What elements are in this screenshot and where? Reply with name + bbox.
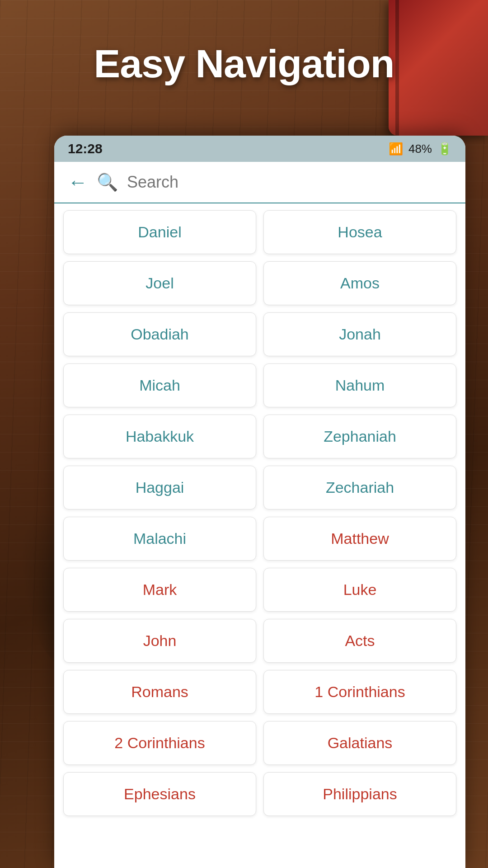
page-title: Easy Navigation <box>0 41 488 87</box>
book-btn-zechariah[interactable]: Zechariah <box>263 466 456 509</box>
book-btn-philippians[interactable]: Philippians <box>263 772 456 816</box>
book-btn-haggai[interactable]: Haggai <box>63 466 256 509</box>
signal-icon: 📶 <box>389 142 403 156</box>
status-icons: 📶 48% 🔋 <box>389 142 452 156</box>
status-time: 12:28 <box>68 141 103 156</box>
book-btn-romans[interactable]: Romans <box>63 670 256 714</box>
status-bar: 12:28 📶 48% 🔋 <box>54 136 465 162</box>
book-btn-malachi[interactable]: Malachi <box>63 517 256 561</box>
search-bar: ← 🔍 <box>54 162 465 203</box>
search-input[interactable] <box>127 173 452 192</box>
search-icon: 🔍 <box>97 172 118 192</box>
books-grid: DanielHoseaJoelAmosObadiahJonahMicahNahu… <box>63 210 456 816</box>
book-btn-habakkuk[interactable]: Habakkuk <box>63 415 256 458</box>
book-btn-luke[interactable]: Luke <box>263 568 456 612</box>
book-btn-joel[interactable]: Joel <box>63 261 256 305</box>
book-btn-1corinthians[interactable]: 1 Corinthians <box>263 670 456 714</box>
book-btn-micah[interactable]: Micah <box>63 363 256 407</box>
book-btn-nahum[interactable]: Nahum <box>263 363 456 407</box>
book-btn-mark[interactable]: Mark <box>63 568 256 612</box>
back-button[interactable]: ← <box>68 171 88 193</box>
book-btn-daniel[interactable]: Daniel <box>63 210 256 254</box>
book-btn-amos[interactable]: Amos <box>263 261 456 305</box>
book-btn-2corinthians[interactable]: 2 Corinthians <box>63 721 256 765</box>
book-btn-jonah[interactable]: Jonah <box>263 312 456 356</box>
phone-mockup: 12:28 📶 48% 🔋 ← 🔍 DanielHoseaJoelAmosOba… <box>54 136 465 868</box>
book-btn-hosea[interactable]: Hosea <box>263 210 456 254</box>
battery-icon: 🔋 <box>437 142 452 156</box>
book-btn-matthew[interactable]: Matthew <box>263 517 456 561</box>
books-container: DanielHoseaJoelAmosObadiahJonahMicahNahu… <box>54 203 465 868</box>
battery-indicator: 48% <box>408 142 432 156</box>
book-btn-zephaniah[interactable]: Zephaniah <box>263 415 456 458</box>
book-btn-acts[interactable]: Acts <box>263 619 456 663</box>
book-btn-galatians[interactable]: Galatians <box>263 721 456 765</box>
book-btn-ephesians[interactable]: Ephesians <box>63 772 256 816</box>
book-btn-obadiah[interactable]: Obadiah <box>63 312 256 356</box>
book-btn-john[interactable]: John <box>63 619 256 663</box>
